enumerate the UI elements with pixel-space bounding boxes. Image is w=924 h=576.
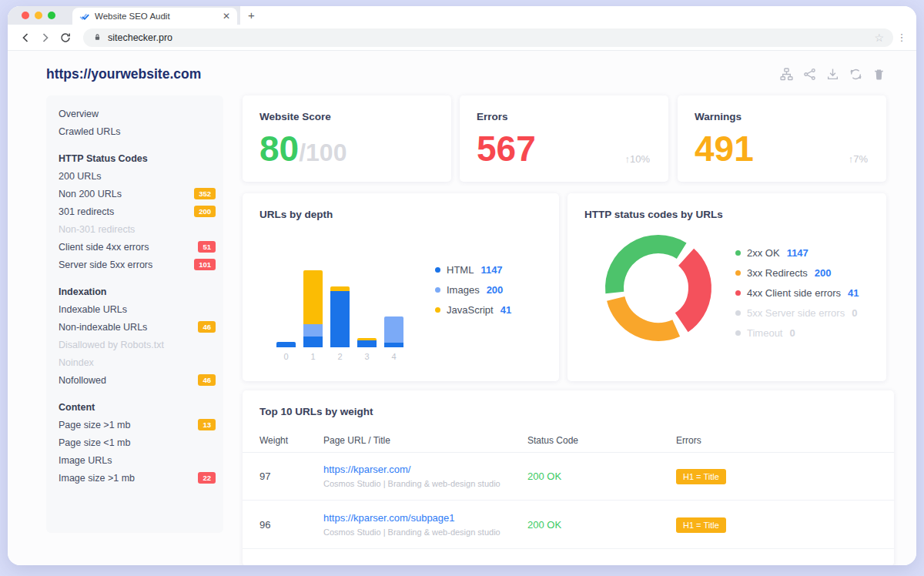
sidebar-item[interactable]: Page size <1 mb xyxy=(46,434,223,451)
sidebar-item[interactable]: Server side 5xx errors101 xyxy=(46,256,223,273)
donut-segment xyxy=(616,299,677,332)
legend-item[interactable]: Timeout0 xyxy=(735,327,859,339)
legend-label: HTML xyxy=(447,264,474,276)
website-score-card: Website Score 80/100 xyxy=(243,95,451,182)
legend-label: 4xx Client side errors xyxy=(747,287,841,299)
sidebar-item[interactable]: Non 200 URLs352 xyxy=(46,185,223,203)
tab-close-icon[interactable]: ✕ xyxy=(223,12,230,21)
download-icon[interactable] xyxy=(826,68,839,81)
url-field[interactable]: sitechecker.pro ☆ xyxy=(83,28,893,47)
bar-segment xyxy=(303,337,323,347)
legend-item[interactable]: Images200 xyxy=(435,284,511,296)
x-axis-tick-label: 0 xyxy=(283,352,288,363)
legend-item[interactable]: 4xx Client side errors41 xyxy=(735,287,859,299)
bar-legend: HTML1147Images200JavaScript41 xyxy=(435,264,511,316)
sidebar-section: IndexationIndexable URLsNon-indexable UR… xyxy=(46,283,223,389)
bar-column: 0 xyxy=(276,342,296,363)
legend-item[interactable]: HTML1147 xyxy=(435,264,511,276)
warnings-delta: ↑7% xyxy=(849,153,868,165)
back-icon[interactable] xyxy=(17,29,34,46)
legend-dot xyxy=(435,287,440,293)
sidebar-item[interactable]: Page size >1 mb13 xyxy=(46,416,223,434)
url-cell: https://kparser.com/Cosmos Studio | Bran… xyxy=(323,464,500,488)
bar-chart: 01234 xyxy=(276,270,403,363)
legend-item[interactable]: 2xx OK1147 xyxy=(735,247,859,259)
bar-segment xyxy=(276,342,296,347)
sidebar-item-label: Image URLs xyxy=(59,455,112,466)
top-urls-table-card: Top 10 URLs by weight Weight Page URL / … xyxy=(243,390,894,565)
page-title-subtext: Cosmos Studio | Branding & web-design st… xyxy=(323,479,500,488)
sidebar-item[interactable]: Nofollowed46 xyxy=(46,371,223,389)
sidebar-item[interactable]: Indexable URLs xyxy=(46,300,223,318)
close-window-button[interactable] xyxy=(22,12,29,19)
page-content: https://yourwebsite.com OverviewCrawled … xyxy=(8,51,916,565)
bar-segment xyxy=(357,340,377,347)
count-badge: 46 xyxy=(198,321,216,333)
legend-label: 3xx Redirects xyxy=(747,267,808,279)
browser-window: Website SEO Audit ✕ + sitechecker.pro ☆ … xyxy=(8,6,916,565)
urls-by-depth-card: URLs by depth 01234 HTML1147Images200Jav… xyxy=(243,193,559,381)
browser-menu-icon[interactable]: ⋮ xyxy=(896,32,907,43)
sidebar-item[interactable]: 200 URLs xyxy=(46,167,223,185)
warnings-value: 491 xyxy=(695,129,754,169)
sidebar-item[interactable]: Image URLs xyxy=(46,451,223,469)
share-icon[interactable] xyxy=(803,68,816,81)
legend-item[interactable]: JavaScript41 xyxy=(435,304,511,316)
bar-stack xyxy=(357,338,377,347)
sidebar-item[interactable]: Noindex xyxy=(46,353,223,371)
legend-dot xyxy=(735,270,741,276)
page-url-link[interactable]: https://kparser.com/ xyxy=(323,464,500,475)
status-code: 200 OK xyxy=(527,519,561,531)
forward-icon[interactable] xyxy=(37,29,54,46)
sitemap-icon[interactable] xyxy=(780,68,793,81)
table-row: 96https://kparser.com/subpage1Cosmos Stu… xyxy=(243,501,894,549)
page-url-link[interactable]: https://kparser.com/subpage1 xyxy=(323,512,500,524)
sidebar-item-label: Crawled URLs xyxy=(59,126,121,137)
legend-value: 0 xyxy=(852,307,857,319)
error-badge: H1 = Title xyxy=(676,517,726,533)
reload-icon[interactable] xyxy=(57,29,74,46)
sidebar-item-label: Non-301 redirects xyxy=(59,224,135,235)
tab-title: Website SEO Audit xyxy=(95,12,217,21)
maximize-window-button[interactable] xyxy=(48,12,55,19)
browser-tab[interactable]: Website SEO Audit ✕ xyxy=(72,8,237,25)
new-tab-button[interactable]: + xyxy=(248,8,255,22)
sidebar-item-label: Non 200 URLs xyxy=(59,189,122,199)
sidebar-item-label: 301 redirects xyxy=(59,206,114,217)
sidebar-item[interactable]: Non-301 redirects xyxy=(46,220,223,238)
sidebar-item[interactable]: 301 redirects200 xyxy=(46,203,223,220)
sidebar-item-label: Server side 5xx errors xyxy=(59,260,152,270)
refresh-icon[interactable] xyxy=(849,68,862,81)
chart-title: URLs by depth xyxy=(259,209,333,220)
legend-item[interactable]: 5xx Server side errors0 xyxy=(735,307,859,319)
card-title: Website Score xyxy=(259,111,331,122)
count-badge: 352 xyxy=(194,188,216,199)
x-axis-tick-label: 3 xyxy=(364,352,369,363)
bar-stack xyxy=(384,316,403,347)
sidebar-item-label: Nofollowed xyxy=(59,375,106,386)
bookmark-star-icon[interactable]: ☆ xyxy=(874,32,884,43)
weight-cell: 96 xyxy=(259,519,270,531)
bar-segment xyxy=(384,343,403,347)
sidebar-item[interactable]: Image size >1 mb22 xyxy=(46,469,223,487)
legend-label: Timeout xyxy=(747,327,782,339)
status-code: 200 OK xyxy=(527,471,561,482)
sidebar-item[interactable]: Disallowed by Robots.txt xyxy=(46,336,223,353)
legend-dot xyxy=(735,290,741,296)
legend-value: 0 xyxy=(789,327,795,339)
trash-icon[interactable] xyxy=(872,68,886,81)
bar-stack xyxy=(303,270,323,347)
bar-column: 4 xyxy=(384,316,403,363)
sidebar-item[interactable]: Overview xyxy=(46,105,223,122)
legend-item[interactable]: 3xx Redirects200 xyxy=(735,267,859,279)
sidebar-item-label: Page size >1 mb xyxy=(59,420,130,430)
sidebar-item-label: 200 URLs xyxy=(59,171,102,182)
minimize-window-button[interactable] xyxy=(35,12,42,19)
bar-segment xyxy=(384,316,403,343)
sidebar-sections: OverviewCrawled URLsHTTP Status Codes200… xyxy=(46,105,223,487)
sidebar-item[interactable]: Crawled URLs xyxy=(46,122,223,140)
legend-dot xyxy=(735,310,741,316)
sidebar-item-label: Client side 4xx errors xyxy=(59,242,149,253)
sidebar-item[interactable]: Client side 4xx errors51 xyxy=(46,238,223,256)
sidebar-item[interactable]: Non-indexable URLs46 xyxy=(46,318,223,336)
